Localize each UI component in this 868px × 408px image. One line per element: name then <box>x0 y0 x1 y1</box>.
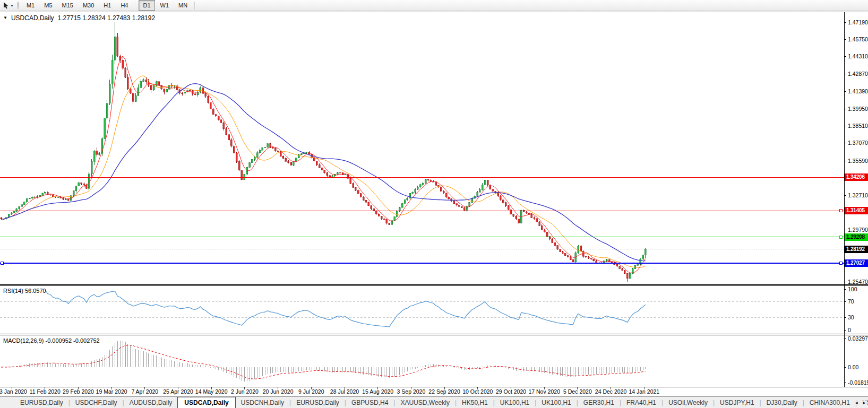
svg-text:1.44310: 1.44310 <box>848 53 868 59</box>
timeframe-button-D1[interactable]: D1 <box>139 0 154 11</box>
toolbar-dropdown-caret-icon[interactable]: ▼ <box>10 4 14 7</box>
trading-app-window: { "toolbar": { "dropdown_caret": "▼", "t… <box>0 0 868 408</box>
svg-text:22 Sep 2020: 22 Sep 2020 <box>428 388 460 395</box>
svg-text:100: 100 <box>848 286 857 292</box>
svg-text:29 Oct 2020: 29 Oct 2020 <box>496 388 526 395</box>
svg-text:-0.018154: -0.018154 <box>848 379 868 386</box>
svg-text:28 Jul 2020: 28 Jul 2020 <box>330 388 359 395</box>
timeframe-button-H1[interactable]: H1 <box>99 0 115 11</box>
chart-tab-GBPUSDH4[interactable]: GBPUSD,H4 <box>346 397 393 408</box>
svg-text:25 Apr 2020: 25 Apr 2020 <box>163 388 193 395</box>
svg-text:7 Apr 2020: 7 Apr 2020 <box>131 388 158 395</box>
timeframe-button-H4[interactable]: H4 <box>116 0 132 11</box>
timeframe-buttons: M1M5M15M30H1H4D1W1MN <box>22 0 197 11</box>
price-level-badge-1.27027: 1.27027 <box>845 259 868 267</box>
svg-text:29 Feb 2020: 29 Feb 2020 <box>63 388 94 395</box>
svg-text:1.38510: 1.38510 <box>848 123 868 129</box>
chart-tabs-bar: EURUSD,Daily|USDCHF,Daily|AUDUSD,DailyUS… <box>0 396 868 408</box>
svg-text:14 May 2020: 14 May 2020 <box>195 388 228 395</box>
chart-tab-USDCNHDaily[interactable]: USDCNH,Daily <box>236 397 289 408</box>
svg-text:70: 70 <box>848 298 854 305</box>
svg-text:1.39950: 1.39950 <box>848 106 868 112</box>
tab-scroll-right-icon[interactable]: ► <box>862 401 866 405</box>
chart-tab-USDCHFDaily[interactable]: USDCHF,Daily <box>70 397 123 408</box>
chart-tab-EURUSDDaily[interactable]: EURUSD,Daily <box>15 397 68 408</box>
svg-text:10 Oct 2020: 10 Oct 2020 <box>462 388 493 395</box>
chart-tab-CHINA300H1[interactable]: CHINA300,H1 <box>804 397 855 408</box>
timeframe-button-M15[interactable]: M15 <box>58 0 78 11</box>
timeframe-button-MN[interactable]: MN <box>174 0 192 11</box>
chart-tab-FRA40H1[interactable]: FRA40,H1 <box>621 397 661 408</box>
svg-text:2 Jun 2020: 2 Jun 2020 <box>231 388 259 395</box>
chart-tab-USDCADDaily[interactable]: USDCAD,Daily <box>177 397 235 408</box>
svg-text:15 Aug 2020: 15 Aug 2020 <box>362 388 393 395</box>
svg-text:1.32710: 1.32710 <box>848 192 868 198</box>
toolbar-separator <box>135 2 136 10</box>
chart-tab-XAUUSDWeekly[interactable]: XAUUSD,Weekly <box>395 397 454 408</box>
chart-tab-EURUSDDaily[interactable]: EURUSD,Daily <box>291 397 345 408</box>
svg-text:1.29790: 1.29790 <box>848 227 868 233</box>
svg-text:24 Dec 2020: 24 Dec 2020 <box>595 388 627 395</box>
svg-text:9 Jul 2020: 9 Jul 2020 <box>298 388 324 395</box>
svg-text:1.41390: 1.41390 <box>848 88 868 94</box>
line-handle <box>840 236 843 238</box>
toolbar: ▼ M1M5M15M30H1H4D1W1MN <box>0 0 868 11</box>
price-level-badge-1.29208: 1.29208 <box>845 233 868 241</box>
svg-text:1.37070: 1.37070 <box>848 140 868 146</box>
tab-scroll-left-icon[interactable]: ◄ <box>854 401 858 405</box>
svg-text:1.45750: 1.45750 <box>848 36 868 42</box>
svg-text:1.42870: 1.42870 <box>848 71 868 77</box>
chart-canvas[interactable]: 1.471901.457501.443101.428701.413901.399… <box>0 0 868 408</box>
symbol-period-label: USDCAD,Daily <box>11 14 54 22</box>
line-handle <box>840 210 843 212</box>
chart-tab-GER30H1[interactable]: GER30,H1 <box>578 397 620 408</box>
price-level-badge-1.31405: 1.31405 <box>845 207 868 214</box>
svg-text:1.25470: 1.25470 <box>848 279 868 285</box>
chart-tab-USOilWeekly[interactable]: USOil,Weekly <box>663 397 713 408</box>
macd-indicator-label: MACD(12,26,9) -0.000952 -0.002752 <box>3 337 100 344</box>
timeframe-button-M1[interactable]: M1 <box>22 0 39 11</box>
line-handle <box>1 262 4 264</box>
cursor-tool-icon[interactable] <box>3 2 9 9</box>
svg-text:0.00: 0.00 <box>848 364 859 370</box>
chart-tab-AUDUSDDaily[interactable]: AUDUSD,Daily <box>124 397 178 408</box>
svg-text:30: 30 <box>848 314 854 320</box>
chart-title: ▼ USDCAD,Daily 1.27715 1.28324 1.27483 1… <box>3 14 155 22</box>
chart-tab-USDJPYH1[interactable]: USDJPY,H1 <box>715 397 759 408</box>
timeframe-button-M30[interactable]: M30 <box>79 0 98 11</box>
collapse-caret-icon[interactable]: ▼ <box>3 15 7 20</box>
rsi-indicator-label: RSI(14) 56.0570 <box>3 288 46 294</box>
svg-text:14 Jan 2021: 14 Jan 2021 <box>629 388 659 395</box>
chart-tabs: EURUSD,Daily|USDCHF,Daily|AUDUSD,DailyUS… <box>15 397 868 408</box>
tab-scroll-controls: ◄ ► <box>852 401 866 405</box>
svg-text:0: 0 <box>848 327 851 333</box>
svg-text:23 Jan 2020: 23 Jan 2020 <box>0 388 27 395</box>
svg-text:20 Jun 2020: 20 Jun 2020 <box>263 388 294 395</box>
svg-text:1.47190: 1.47190 <box>848 19 868 25</box>
svg-text:11 Feb 2020: 11 Feb 2020 <box>30 388 61 395</box>
chart-tab-UK100H1[interactable]: UK100,H1 <box>536 397 576 408</box>
toolbar-separator <box>194 2 195 10</box>
svg-text:17 Nov 2020: 17 Nov 2020 <box>528 388 560 395</box>
chart-tab-HK50H1[interactable]: HK50,H1 <box>457 397 493 408</box>
timeframe-button-M5[interactable]: M5 <box>40 0 56 11</box>
svg-text:19 Mar 2020: 19 Mar 2020 <box>96 388 127 395</box>
current-price-badge: 1.28192 <box>845 246 868 253</box>
chart-tab-UK100H1[interactable]: UK100,H1 <box>495 397 535 408</box>
svg-text:5 Dec 2020: 5 Dec 2020 <box>563 388 592 395</box>
svg-text:0.032972: 0.032972 <box>848 335 868 342</box>
svg-text:1.35590: 1.35590 <box>848 158 868 164</box>
line-handle <box>840 262 843 264</box>
chart-tab-DJ30Daily[interactable]: DJ30,Daily <box>761 397 803 408</box>
toolbar-grip[interactable] <box>17 2 19 9</box>
price-level-badge-1.34206: 1.34206 <box>845 173 868 181</box>
ohlc-values: 1.27715 1.28324 1.27483 1.28192 <box>58 14 156 22</box>
svg-text:3 Sep 2020: 3 Sep 2020 <box>397 388 426 395</box>
timeframe-button-W1[interactable]: W1 <box>156 0 174 11</box>
